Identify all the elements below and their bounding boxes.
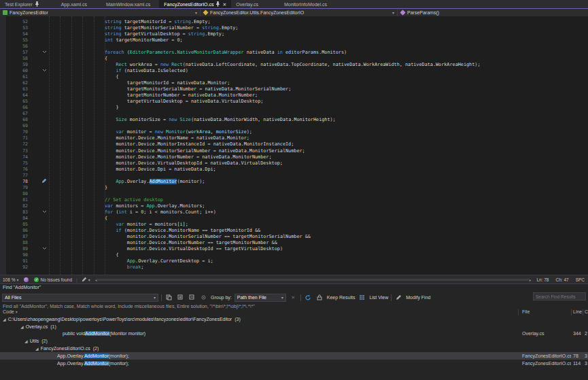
scrollbar-thumb[interactable] bbox=[97, 279, 530, 281]
clear-results-icon[interactable]: ✕ bbox=[289, 293, 298, 302]
column-header-col[interactable]: C bbox=[585, 309, 588, 314]
horizontal-scrollbar[interactable]: ◂ ▸ bbox=[95, 277, 532, 283]
fold-chevron-icon[interactable] bbox=[42, 209, 47, 215]
result-match-row[interactable]: App.Overlay.AddMonitor(monitor);FancyZon… bbox=[0, 352, 588, 360]
line-number[interactable]: 81 bbox=[0, 197, 30, 203]
project-dropdown[interactable]: FancyZonesEditor ▾ bbox=[0, 9, 201, 16]
column-header-code[interactable]: Code ▾ bbox=[3, 309, 18, 314]
code-line[interactable]: 83for (int i = 0; i < monitors.Count; i+… bbox=[0, 209, 588, 215]
code-line[interactable]: 82var monitors = App.Overlay.Monitors; bbox=[0, 203, 588, 209]
tab-fancyzoneseditorio-cs[interactable]: FancyZonesEditorIO.cs✕ bbox=[159, 0, 231, 8]
code-line[interactable]: 71monitor.Device.MonitorName = nativeDat… bbox=[0, 135, 588, 141]
close-icon[interactable]: ✕ bbox=[222, 2, 226, 7]
line-number[interactable]: 70 bbox=[0, 129, 30, 135]
table-icon[interactable] bbox=[358, 293, 366, 302]
tree-expander-icon[interactable]: ◢ bbox=[3, 317, 6, 322]
line-number[interactable]: 75 bbox=[0, 160, 30, 166]
keep-results-button[interactable]: Keep Results bbox=[327, 295, 356, 300]
result-group-row[interactable]: ◢C:\Users\zhaopengwang\Desktop\powertoys… bbox=[0, 315, 588, 323]
line-number[interactable]: 52 bbox=[0, 19, 30, 24]
line-number[interactable]: 88 bbox=[0, 240, 30, 245]
member-dropdown[interactable]: ParseParams() bbox=[398, 9, 588, 16]
line-number[interactable]: 73 bbox=[0, 148, 30, 154]
tab-app-xaml-cs[interactable]: App.xaml.cs bbox=[56, 0, 92, 8]
copy-icon[interactable] bbox=[165, 293, 173, 302]
list-view-button[interactable]: List View bbox=[369, 295, 388, 300]
result-group-row[interactable]: ◢Overlay.cs(1) bbox=[0, 323, 588, 330]
health-indicator[interactable]: ✓ No issues found bbox=[31, 277, 75, 282]
tab-monitorinfomodel-cs[interactable]: MonitorInfoModel.cs bbox=[279, 0, 332, 8]
code-line[interactable]: 57foreach (EditorParameters.NativeMonito… bbox=[0, 49, 588, 55]
tab-test-explorer[interactable]: Test Explorer bbox=[0, 0, 44, 8]
code-line[interactable]: 87monitor.Device.MonitorSerialNumber == … bbox=[0, 234, 588, 240]
code-line[interactable]: 88monitor.Device.MonitorNumber == target… bbox=[0, 240, 588, 246]
line-number[interactable]: 64 bbox=[0, 92, 30, 98]
line-number[interactable]: 57 bbox=[0, 50, 30, 55]
code-line[interactable]: 59Rect workArea = new Rect(nativeData.Le… bbox=[0, 61, 588, 67]
code-line[interactable]: 58{ bbox=[0, 55, 588, 61]
pin-icon[interactable] bbox=[215, 1, 220, 7]
code-line[interactable]: 91App.Overlay.CurrentDesktop = i; bbox=[0, 258, 588, 264]
lock-icon[interactable] bbox=[315, 293, 324, 302]
code-line[interactable]: 90{ bbox=[0, 252, 588, 258]
fold-chevron-icon[interactable] bbox=[42, 246, 47, 252]
search-find-results-input[interactable] bbox=[533, 292, 586, 300]
scope-dropdown[interactable]: All Files ▾ bbox=[2, 294, 158, 302]
column-header-file[interactable]: File bbox=[522, 309, 530, 314]
result-match-row[interactable]: public void AddMonitor(Monitor monitor)O… bbox=[0, 330, 588, 338]
code-line[interactable]: 75monitor.Device.VirtualDesktopId = nati… bbox=[0, 160, 588, 166]
code-line[interactable]: 86if (monitor.Device.MonitorName == targ… bbox=[0, 228, 588, 234]
fold-chevron-icon[interactable] bbox=[42, 68, 47, 73]
code-line[interactable]: 65targetVirtualDesktop = nativeData.Virt… bbox=[0, 99, 588, 105]
modify-find-button[interactable]: Modify Find bbox=[406, 295, 430, 300]
code-line[interactable]: 80 bbox=[0, 190, 588, 196]
line-number[interactable]: 91 bbox=[0, 258, 30, 264]
code-editor[interactable]: 52string targetMonitorId = string.Empty;… bbox=[0, 16, 588, 275]
expand-all-icon[interactable] bbox=[176, 293, 185, 302]
line-number[interactable]: 74 bbox=[0, 154, 30, 160]
code-line[interactable]: 68Size monitorSize = new Size(nativeData… bbox=[0, 117, 588, 123]
line-number[interactable]: 85 bbox=[0, 222, 30, 227]
code-line[interactable]: 66} bbox=[0, 105, 588, 111]
line-number[interactable]: 84 bbox=[0, 215, 30, 221]
line-number[interactable]: 72 bbox=[0, 141, 30, 147]
result-group-row[interactable]: ◢FancyZonesEditorIO.cs(2) bbox=[0, 345, 588, 352]
line-number[interactable]: 61 bbox=[0, 74, 30, 80]
code-line[interactable]: 64targetMonitorNumber = nativeData.Monit… bbox=[0, 92, 588, 99]
code-line[interactable]: 70var monitor = new Monitor(workArea, mo… bbox=[0, 129, 588, 135]
line-number[interactable]: 86 bbox=[0, 228, 30, 233]
code-line[interactable]: 62targetMonitorId = nativeData.Monitor; bbox=[0, 80, 588, 86]
code-line[interactable]: 67 bbox=[0, 111, 588, 117]
line-number[interactable]: 56 bbox=[0, 44, 30, 49]
code-line[interactable]: 74monitor.Device.MonitorNumber = nativeD… bbox=[0, 154, 588, 160]
line-number[interactable]: 59 bbox=[0, 62, 30, 67]
pen-mode-button[interactable]: ▾ bbox=[79, 277, 93, 282]
result-match-row[interactable]: App.Overlay.AddMonitor(monitor);FancyZon… bbox=[0, 360, 588, 367]
line-number[interactable]: 58 bbox=[0, 56, 30, 61]
code-line[interactable]: 92break; bbox=[0, 264, 588, 271]
line-number[interactable]: 87 bbox=[0, 234, 30, 239]
line-number[interactable]: 54 bbox=[0, 31, 30, 37]
line-number[interactable]: 83 bbox=[0, 209, 30, 215]
extension-badge-icon[interactable] bbox=[21, 277, 31, 282]
tree-expander-icon[interactable]: ◢ bbox=[24, 339, 28, 343]
code-line[interactable]: 81// Set active desktop bbox=[0, 196, 588, 203]
code-line[interactable]: 56 bbox=[0, 43, 588, 49]
code-line[interactable]: 72monitor.Device.MonitorInstanceId = nat… bbox=[0, 141, 588, 148]
line-number[interactable]: 55 bbox=[0, 37, 30, 43]
line-number[interactable]: 89 bbox=[0, 246, 30, 252]
line-number[interactable]: 65 bbox=[0, 99, 30, 104]
refresh-icon[interactable] bbox=[304, 293, 313, 302]
code-line[interactable]: 60if (nativeData.IsSelected) bbox=[0, 67, 588, 73]
line-number[interactable]: 62 bbox=[0, 80, 30, 86]
line-number[interactable]: 60 bbox=[0, 68, 30, 73]
column-header-line[interactable]: Line bbox=[573, 309, 582, 314]
line-number[interactable]: 66 bbox=[0, 105, 30, 110]
code-line[interactable]: 78App.Overlay.AddMonitor(monitor); bbox=[0, 178, 588, 184]
code-line[interactable]: 73monitor.Device.MonitorSerialNumber = n… bbox=[0, 148, 588, 154]
code-line[interactable]: 79} bbox=[0, 184, 588, 190]
line-number[interactable]: 53 bbox=[0, 25, 30, 31]
code-line[interactable]: 85var monitor = monitors[i]; bbox=[0, 222, 588, 228]
line-number[interactable]: 92 bbox=[0, 264, 30, 270]
code-line[interactable]: 77 bbox=[0, 172, 588, 178]
